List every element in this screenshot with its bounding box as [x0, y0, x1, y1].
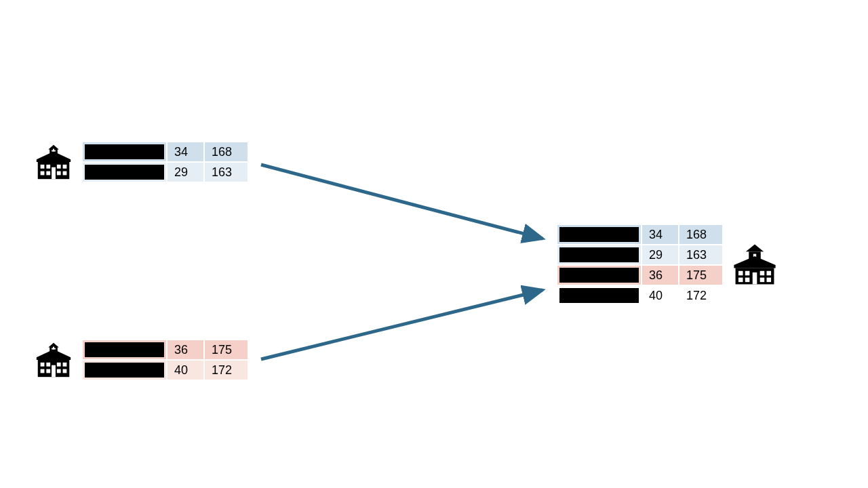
- svg-rect-41: [760, 278, 765, 283]
- school-icon: [730, 241, 779, 289]
- svg-rect-28: [63, 369, 67, 373]
- source-a-table: 34 168 29 163: [81, 141, 249, 183]
- svg-rect-22: [46, 363, 50, 367]
- svg-rect-11: [46, 171, 50, 176]
- svg-rect-10: [41, 171, 45, 176]
- value-cell: 168: [679, 224, 723, 245]
- redacted-name-cell: [82, 142, 167, 162]
- source-a: 34 168 29 163: [33, 141, 249, 183]
- svg-rect-14: [52, 167, 56, 179]
- source-b: 36 175 40 172: [33, 339, 249, 381]
- redacted-name-cell: [557, 224, 642, 245]
- table-row: 34 168: [557, 224, 723, 245]
- target: 34 168 29 163 36 175 40 172: [556, 224, 779, 306]
- svg-rect-23: [57, 363, 61, 367]
- value-cell: 168: [204, 142, 248, 162]
- svg-rect-42: [767, 278, 772, 283]
- svg-rect-39: [738, 278, 743, 283]
- svg-rect-8: [57, 165, 61, 169]
- svg-rect-37: [760, 271, 765, 276]
- value-cell: 172: [679, 285, 723, 306]
- redacted-name-cell: [557, 245, 642, 265]
- svg-marker-0: [48, 145, 59, 150]
- value-cell: 172: [204, 360, 248, 380]
- value-cell: 40: [642, 285, 679, 306]
- table-row: 29 163: [82, 162, 248, 182]
- redacted-name-cell: [82, 162, 167, 182]
- svg-marker-15: [48, 343, 59, 348]
- value-cell: 175: [204, 340, 248, 360]
- svg-rect-6: [41, 165, 45, 169]
- hospital-icon: [33, 339, 75, 381]
- svg-rect-35: [738, 271, 743, 276]
- svg-rect-25: [41, 369, 45, 373]
- value-cell: 175: [679, 265, 723, 285]
- value-cell: 36: [642, 265, 679, 285]
- svg-rect-13: [63, 171, 67, 176]
- svg-rect-21: [41, 363, 45, 367]
- value-cell: 36: [167, 340, 204, 360]
- svg-rect-27: [57, 369, 61, 373]
- value-cell: 29: [642, 245, 679, 265]
- svg-marker-33: [734, 256, 775, 268]
- svg-marker-19: [37, 350, 71, 361]
- value-cell: 34: [642, 224, 679, 245]
- svg-rect-36: [745, 271, 750, 276]
- svg-marker-30: [746, 244, 764, 251]
- svg-marker-4: [37, 152, 71, 163]
- table-row: 40 172: [82, 360, 248, 380]
- target-table: 34 168 29 163 36 175 40 172: [556, 224, 724, 306]
- hospital-icon: [33, 141, 75, 183]
- redacted-name-cell: [82, 340, 167, 360]
- value-cell: 163: [204, 162, 248, 182]
- table-row: 36 175: [82, 340, 248, 360]
- table-row: 29 163: [557, 245, 723, 265]
- svg-rect-12: [57, 171, 61, 176]
- value-cell: 163: [679, 245, 723, 265]
- redacted-name-cell: [557, 265, 642, 285]
- svg-rect-9: [63, 165, 67, 169]
- svg-rect-29: [52, 365, 56, 377]
- svg-rect-40: [745, 278, 750, 283]
- table-row: 40 172: [557, 285, 723, 306]
- svg-rect-7: [46, 165, 50, 169]
- svg-rect-26: [46, 369, 50, 373]
- redacted-name-cell: [82, 360, 167, 380]
- svg-rect-24: [63, 363, 67, 367]
- value-cell: 29: [167, 162, 204, 182]
- arrow-b-to-target: [261, 290, 542, 359]
- arrow-a-to-target: [261, 165, 542, 239]
- source-b-table: 36 175 40 172: [81, 339, 249, 381]
- table-row: 34 168: [82, 142, 248, 162]
- svg-rect-38: [767, 271, 772, 276]
- redacted-name-cell: [557, 285, 642, 306]
- value-cell: 40: [167, 360, 204, 380]
- svg-rect-43: [753, 272, 757, 285]
- table-row: 36 175: [557, 265, 723, 285]
- value-cell: 34: [167, 142, 204, 162]
